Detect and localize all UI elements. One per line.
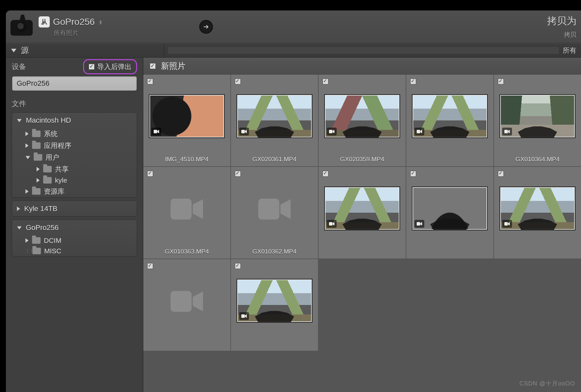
- cell-checkbox[interactable]: [323, 79, 328, 84]
- grid-cell[interactable]: [406, 75, 493, 166]
- cell-checkbox[interactable]: [410, 171, 416, 177]
- chevron-down-icon: [17, 119, 22, 122]
- folder-共享[interactable]: 共享: [12, 163, 137, 175]
- folder-应用程序[interactable]: 应用程序: [12, 140, 137, 151]
- grid-cell[interactable]: GX010362.MP4: [231, 167, 318, 258]
- folder-MISC[interactable]: ⋮⋮MISC: [12, 246, 137, 256]
- cell-checkbox[interactable]: [147, 171, 153, 177]
- grid-cell[interactable]: [143, 259, 230, 351]
- device-label: 设备: [12, 62, 26, 72]
- filename-label: GX020361.MP4: [231, 156, 318, 163]
- video-icon: [414, 220, 424, 228]
- thumbnail[interactable]: [324, 187, 400, 230]
- from-badge[interactable]: 从: [39, 16, 50, 27]
- copy-mode[interactable]: 拷贝为 拷贝: [547, 14, 576, 39]
- sidebar: 设备 导入后弹出 GoPro256 文件 Macintosh HD系统应用程序用…: [6, 58, 143, 392]
- folder-label: 共享: [55, 165, 69, 174]
- video-icon: [239, 128, 249, 135]
- video-icon: [151, 128, 161, 135]
- eject-after-import[interactable]: 导入后弹出: [83, 59, 137, 74]
- source-panel-header[interactable]: 源: [6, 44, 164, 57]
- folder-label: 系统: [44, 129, 58, 138]
- device-name-field[interactable]: GoPro256: [12, 76, 137, 91]
- svg-rect-0: [154, 130, 157, 134]
- camera-icon: [10, 20, 33, 36]
- thumbnail[interactable]: [412, 94, 488, 138]
- svg-rect-1: [241, 130, 245, 134]
- cell-checkbox[interactable]: [147, 263, 153, 269]
- secondary-bar: 源 所有: [6, 43, 581, 58]
- chevron-right-icon: [26, 189, 28, 194]
- thumbnail[interactable]: [237, 94, 312, 138]
- folder-label: DCIM: [44, 237, 62, 244]
- arrow-right-icon[interactable]: [199, 20, 213, 34]
- volume-label: Kyle 14TB: [24, 205, 58, 213]
- svg-rect-2: [329, 130, 333, 134]
- select-all-checkbox[interactable]: [150, 63, 156, 69]
- thumbnail[interactable]: [412, 187, 488, 230]
- folder-label: kyle: [55, 176, 67, 184]
- volume-GoPro256[interactable]: GoPro256: [12, 220, 137, 235]
- top-bar: 从 GoPro256 ▴▾ 所有照片 拷贝为 拷贝: [6, 10, 581, 43]
- folder-DCIM[interactable]: DCIM: [12, 235, 137, 246]
- folder-tree: Macintosh HD系统应用程序用户共享kyle资源库Kyle 14TBGo…: [12, 113, 137, 257]
- thumbnail[interactable]: [324, 94, 400, 138]
- filter-bar[interactable]: [167, 46, 559, 54]
- folder-icon: [32, 142, 41, 149]
- folder-icon: [32, 131, 41, 137]
- volume-Macintosh HD[interactable]: Macintosh HD: [12, 113, 137, 128]
- filename-label: GX010364.MP4: [494, 156, 581, 163]
- cell-checkbox[interactable]: [235, 263, 241, 269]
- chevron-down-icon: [17, 226, 22, 229]
- grid-cell[interactable]: IMG_4510.MP4: [143, 75, 230, 166]
- thumbnail[interactable]: [149, 94, 225, 138]
- svg-rect-5: [171, 199, 192, 220]
- svg-rect-7: [329, 222, 333, 226]
- folder-kyle[interactable]: kyle: [12, 175, 137, 186]
- source-subtitle: 所有照片: [54, 29, 102, 37]
- svg-rect-11: [241, 314, 245, 318]
- grid-cell[interactable]: [231, 259, 318, 351]
- chevron-right-icon: [26, 238, 28, 243]
- grid-cell[interactable]: GX020359.MP4: [319, 75, 406, 166]
- cell-checkbox[interactable]: [235, 79, 241, 84]
- video-icon: [414, 128, 424, 135]
- cell-checkbox[interactable]: [410, 79, 416, 84]
- chevron-right-icon: [37, 178, 40, 183]
- cell-checkbox[interactable]: [498, 171, 504, 177]
- filename-label: GX020359.MP4: [319, 156, 406, 163]
- grid-cell[interactable]: [494, 167, 581, 258]
- cell-checkbox[interactable]: [498, 79, 504, 84]
- svg-rect-4: [504, 130, 508, 134]
- source-name[interactable]: GoPro256: [53, 17, 95, 27]
- folder-系统[interactable]: 系统: [12, 128, 137, 140]
- folder-icon: [32, 188, 41, 195]
- cell-checkbox[interactable]: [235, 171, 241, 177]
- thumbnail[interactable]: [500, 187, 575, 230]
- device-name-value: GoPro256: [17, 79, 49, 88]
- thumbnail[interactable]: [237, 279, 312, 323]
- thumbnail[interactable]: [500, 94, 575, 138]
- source-dropdown-icon[interactable]: ▴▾: [99, 19, 102, 25]
- video-icon: [239, 312, 249, 320]
- grid-cell[interactable]: GX010364.MP4: [494, 75, 581, 166]
- folder-用户[interactable]: 用户: [12, 151, 137, 163]
- grid-cell[interactable]: [406, 167, 493, 258]
- cell-checkbox[interactable]: [323, 171, 328, 177]
- svg-rect-9: [504, 222, 508, 226]
- folder-label: 资源库: [44, 187, 64, 196]
- copy-sub-label: 拷贝: [547, 30, 576, 39]
- svg-rect-8: [417, 222, 420, 226]
- folder-资源库[interactable]: 资源库: [12, 186, 137, 197]
- grid-cell[interactable]: GX020361.MP4: [231, 75, 318, 166]
- video-icon: [327, 220, 337, 228]
- folder-icon: [32, 237, 41, 244]
- folder-icon: [32, 248, 41, 254]
- cell-checkbox[interactable]: [147, 79, 153, 84]
- svg-rect-10: [171, 291, 192, 312]
- grid-cell[interactable]: GX010363.MP4: [143, 167, 230, 258]
- all-photos-button[interactable]: 所有: [563, 46, 578, 55]
- volume-Kyle 14TB[interactable]: Kyle 14TB: [12, 201, 137, 216]
- video-icon: [502, 128, 512, 135]
- grid-cell[interactable]: [319, 167, 406, 258]
